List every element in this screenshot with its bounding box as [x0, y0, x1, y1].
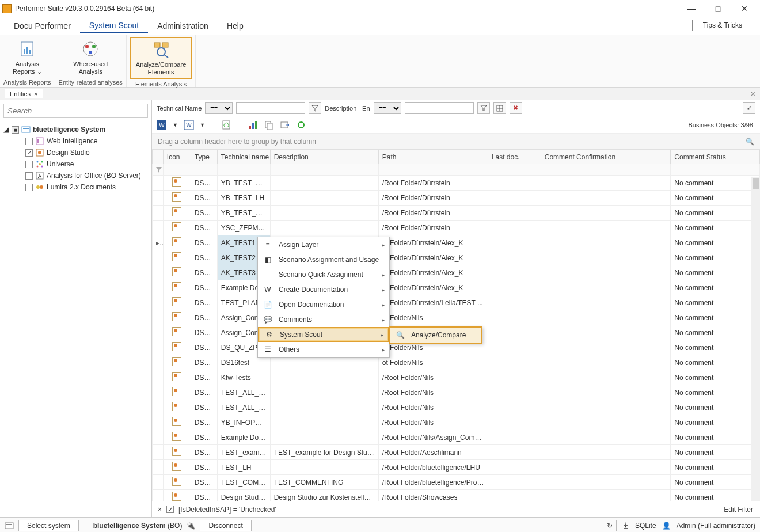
menu-docu-performer[interactable]: Docu Performer	[5, 19, 80, 33]
col-tech[interactable]: Technical name	[217, 150, 270, 164]
table-row[interactable]: DSBOTEST_ALL_CO.../Root Folder/NilsNo co…	[153, 400, 760, 415]
select-system-button[interactable]: Select system	[18, 520, 79, 531]
tab-close-icon[interactable]: ×	[34, 90, 37, 97]
cell-type: DSBO	[191, 295, 217, 310]
desc-op-select[interactable]: ==	[374, 102, 401, 114]
menu-system-scout[interactable]: System Scout	[80, 18, 148, 33]
db-icon: 🗄	[622, 522, 629, 530]
col-confirm[interactable]: Comment Confirmation	[541, 150, 671, 164]
context-menu-item[interactable]: WCreate Documentation▸	[258, 282, 389, 297]
table-row[interactable]: DSBOYB_INFOPROV.../Root Folder/NilsNo co…	[153, 415, 760, 430]
analyze-compare-elements-button[interactable]: Analyze/Compare Elements	[130, 37, 192, 79]
table-row[interactable]: DSBOExample Docot Folder/Dürrstein/Alex_…	[153, 280, 760, 295]
search-input[interactable]	[3, 104, 148, 118]
table-row[interactable]: DSBOTEST_PLANNot Folder/Dürrstein/Leila/…	[153, 295, 760, 310]
edit-filter-link[interactable]: Edit Filter	[724, 506, 753, 514]
filter-row[interactable]	[153, 164, 760, 176]
tree-item[interactable]: Web Intelligence	[0, 135, 151, 147]
table-row[interactable]: DSBOTEST_ALL_CO.../Root Folder/NilsNo co…	[153, 385, 760, 400]
table-row[interactable]: DSBODesign Studio z...Design Studio zur …	[153, 490, 760, 501]
filter-indicator[interactable]	[153, 164, 164, 176]
arrow-icon[interactable]	[280, 120, 290, 130]
table-row[interactable]: DSBOAK_TEST1ot Folder/Dürrstein/Alex_KNo…	[153, 235, 760, 250]
table-row[interactable]: DSBOAK_TEST2ot Folder/Dürrstein/Alex_KNo…	[153, 250, 760, 265]
table-row[interactable]: DSBOKfw-Tests/Root Folder/NilsNo comment	[153, 370, 760, 385]
table-row[interactable]: DSBOYB_TEST_GRAPH/Root Folder/DürrsteinN…	[153, 176, 760, 191]
vertical-scrollbar[interactable]	[751, 177, 760, 501]
col-last[interactable]: Last doc.	[488, 150, 541, 164]
table-row[interactable]: DSBOYSC_ZEPM001/Root Folder/DürrsteinNo …	[153, 221, 760, 235]
context-menu-item[interactable]: ≡Assign Layer▸	[258, 237, 389, 252]
context-menu-item[interactable]: ⚙System Scout▸	[258, 327, 389, 342]
entities-tab[interactable]: Entities ×	[5, 89, 43, 98]
context-menu-item[interactable]: ☰Others▸	[258, 342, 389, 357]
analysis-reports-button[interactable]: Analysis Reports ⌄	[8, 37, 47, 78]
table-row[interactable]: DSBOTEST_exampleTEST_example for Design …	[153, 445, 760, 460]
clear-filter-x[interactable]: ×	[158, 506, 162, 514]
table-row[interactable]: DSBOAK_TEST3ot Folder/Dürrstein/Alex_KNo…	[153, 265, 760, 280]
filter-icon-2[interactable]	[477, 102, 490, 114]
table-row[interactable]: DSBOTEST_COMME...TEST_COMMENTING/Root Fo…	[153, 475, 760, 490]
dropdown-icon[interactable]: ▼	[173, 122, 178, 128]
search-icon[interactable]: 🔍	[746, 138, 754, 146]
table-row[interactable]: DSBOYB_TEST_LH/Root Folder/DürrsteinNo c…	[153, 191, 760, 206]
submenu-analyze-compare[interactable]: 🔍 Analyze/Compare	[390, 328, 481, 343]
checkbox[interactable]	[25, 161, 33, 168]
tabstrip-close-icon[interactable]: ×	[751, 89, 755, 98]
desc-value-input[interactable]	[405, 102, 474, 114]
col-desc[interactable]: Description	[270, 150, 378, 164]
chart-icon[interactable]	[248, 120, 258, 130]
checkbox[interactable]	[25, 172, 33, 180]
table-row[interactable]: DSBOYB_TEST_ZOHO/Root Folder/DürrsteinNo…	[153, 206, 760, 221]
dropdown-icon-2[interactable]: ▼	[200, 122, 205, 128]
context-menu-item[interactable]: 💬Comments▸	[258, 312, 389, 327]
group-header[interactable]: Drag a column header here to group by th…	[152, 134, 760, 150]
copy-icon[interactable]	[264, 120, 274, 130]
col-path[interactable]: Path	[378, 150, 488, 164]
close-button[interactable]: ✕	[731, 1, 758, 17]
table-row[interactable]: DSBOAssign_Comot Folder/NilsNo comment	[153, 310, 760, 325]
tree-item[interactable]: Universe	[0, 158, 151, 170]
systems-icon[interactable]	[5, 521, 14, 530]
tech-value-input[interactable]	[236, 102, 305, 114]
menu-administration[interactable]: Administration	[148, 19, 218, 33]
tree-item[interactable]: AAnalysis for Office (BO Server)	[0, 170, 151, 181]
checkbox[interactable]	[25, 184, 33, 191]
cell-confirm	[541, 250, 671, 265]
table-row[interactable]: DSBOTEST_LH/Root Folder/bluetelligence/L…	[153, 460, 760, 475]
disconnect-button[interactable]: Disconnect	[200, 520, 251, 531]
filter-icon[interactable]	[309, 102, 321, 114]
tree-root[interactable]: ◢ ■ bluetelligence System	[0, 124, 151, 135]
table-row[interactable]: DSBODS16testot Folder/NilsNo comment	[153, 355, 760, 370]
tree-item[interactable]: ✓Design Studio	[0, 147, 151, 158]
filter-checkbox[interactable]: ✓	[166, 506, 174, 513]
status-refresh-icon[interactable]: ↻	[603, 520, 617, 531]
col-type[interactable]: Type	[191, 150, 217, 164]
col-indicator[interactable]	[153, 150, 164, 164]
checkbox[interactable]: ■	[12, 126, 19, 134]
grid-icon[interactable]	[493, 102, 506, 114]
menu-help[interactable]: Help	[218, 19, 253, 33]
tips-tricks-button[interactable]: Tips & Tricks	[692, 20, 753, 31]
checkbox[interactable]	[25, 138, 33, 145]
word-icon-2[interactable]: W	[184, 120, 194, 130]
col-icon[interactable]: Icon	[163, 150, 191, 164]
cell-type: DSBO	[191, 430, 217, 445]
minimize-button[interactable]: —	[678, 1, 705, 17]
col-status[interactable]: Comment Status	[671, 150, 760, 164]
sync-icon[interactable]	[296, 120, 306, 130]
maximize-button[interactable]: □	[705, 1, 731, 17]
context-menu-item[interactable]: 📄Open Documentation▸	[258, 297, 389, 312]
expand-icon[interactable]: ⤢	[743, 102, 755, 114]
refresh-doc-icon[interactable]	[221, 120, 231, 130]
table-row[interactable]: DSBOExample Docu.../Root Folder/Nils/Ass…	[153, 430, 760, 445]
context-menu-item[interactable]: ◧Scenario Assignment and Usage	[258, 252, 389, 267]
tree-item[interactable]: Lumira 2.x Documents	[0, 181, 151, 193]
tech-op-select[interactable]: ==	[205, 102, 233, 114]
caret-icon[interactable]: ◢	[2, 126, 9, 134]
where-used-button[interactable]: Where-used Analysis	[69, 37, 112, 78]
clear-filter-icon[interactable]: ✖	[510, 102, 522, 114]
word-export-icon[interactable]: W	[157, 120, 167, 130]
checkbox[interactable]: ✓	[25, 149, 33, 157]
context-menu-item[interactable]: Scenario Quick Assignment▸	[258, 267, 389, 282]
